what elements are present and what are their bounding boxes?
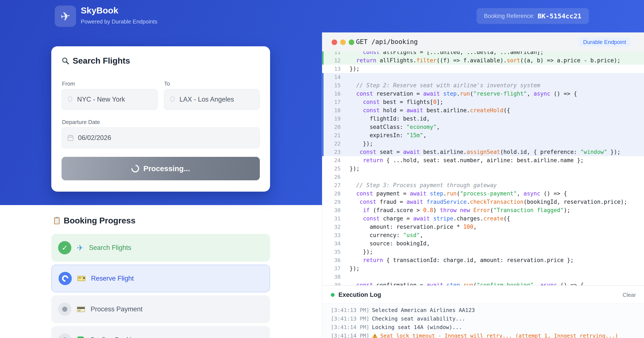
spinner-icon [130, 163, 141, 174]
booking-progress-header: Booking Progress [54, 216, 136, 225]
code-line: 26 [322, 173, 644, 181]
check-icon: ✓ [62, 243, 68, 252]
line-number: 23 [324, 148, 344, 156]
code-line: 13}); [322, 65, 644, 73]
log-message: Locking seat 14A (window)... [372, 323, 462, 332]
progress-step: Reserve Flight [51, 265, 270, 292]
code-line: 19 flightId: best.id, [322, 115, 644, 123]
line-number: 37 [324, 264, 344, 273]
airplane-icon: ✈ [77, 243, 83, 252]
line-number: 35 [324, 248, 344, 256]
code-line: 12 return allFlights.filter((f) => f.ava… [322, 56, 644, 65]
app-logo: ✈ [55, 5, 76, 27]
to-field[interactable] [164, 89, 260, 110]
code-line: 27 // Step 3: Process payment through ga… [322, 181, 644, 189]
window-dot-yellow[interactable] [340, 39, 346, 45]
code-text: amount: reservation.price * 100, [344, 223, 477, 231]
code-line: 30 if (fraud.score > 0.8) throw new Erro… [322, 206, 644, 214]
code-line: 11 const allFlights = [...united, ...del… [322, 51, 644, 56]
line-number: 36 [324, 256, 344, 264]
code-line: 23 const seat = await best.airline.assig… [322, 148, 644, 156]
airplane-icon: ✈ [60, 9, 71, 24]
from-field[interactable] [62, 89, 158, 110]
code-text: const charge = await stripe.charges.crea… [344, 214, 510, 223]
line-number: 14 [324, 73, 344, 81]
processing-button[interactable]: Processing... [62, 157, 260, 180]
log-entry: [3:41:13 PM]Selected American Airlines A… [331, 306, 644, 315]
spinner-icon [61, 274, 70, 283]
code-text: return { ...hold, seat: seat.number, air… [344, 156, 584, 165]
date-field-label: Departure Date [62, 119, 100, 126]
code-line: 24 return { ...hold, seat: seat.number, … [322, 156, 644, 165]
code-text: }); [344, 65, 360, 73]
step-status-circle [58, 333, 71, 338]
line-number: 34 [324, 239, 344, 248]
code-text: currency: "usd", [344, 231, 423, 239]
code-line: 32 amount: reservation.price * 100, [322, 223, 644, 231]
search-flights-card: Search Flights From To Departure Date Pr… [51, 46, 270, 192]
warning-icon [372, 333, 378, 338]
code-line: 39 const confirmation = await step.run("… [322, 281, 644, 285]
from-input[interactable] [77, 96, 152, 103]
log-message: Seat lock timeout - Inngest will retry..… [380, 332, 618, 338]
step-label: Reserve Flight [91, 275, 134, 282]
code-line: 15 // Step 2: Reserve seat with airline'… [322, 81, 644, 90]
line-number: 38 [324, 273, 344, 281]
code-text: }); [344, 140, 373, 148]
location-pin-icon [67, 96, 73, 103]
app-title: SkyBook [81, 5, 118, 15]
execution-log-list[interactable]: [3:41:13 PM]Selected American Airlines A… [322, 304, 644, 338]
code-text: const best = flights[0]; [344, 98, 443, 106]
to-input[interactable] [180, 96, 254, 103]
code-titlebar: GET /api/booking Durable Endpoint [322, 32, 644, 51]
code-text: expiresIn: "15m", [344, 131, 426, 140]
step-label: Search Flights [89, 244, 131, 252]
window-dot-green[interactable] [349, 39, 354, 45]
window-dot-red[interactable] [332, 39, 337, 45]
app-tagline: Powered by Durable Endpoints [81, 18, 157, 25]
code-line: 14 [322, 73, 644, 81]
booking-reference-badge: Booking Reference: BK-5154cc21 [476, 8, 589, 24]
code-text [344, 173, 350, 181]
code-text [344, 273, 350, 281]
code-text: // Step 2: Reserve seat with airline's i… [344, 81, 540, 90]
log-timestamp: [3:41:14 PM] [331, 323, 370, 332]
code-line: 29 const fraud = await fraudService.chec… [322, 198, 644, 206]
step-status-circle: ✓ [58, 241, 71, 254]
line-number: 15 [324, 81, 344, 90]
endpoint-method-path: GET /api/booking [356, 38, 418, 45]
from-field-label: From [62, 80, 75, 87]
code-editor[interactable]: 11 const allFlights = [...united, ...del… [322, 51, 644, 285]
pending-dot-icon [62, 307, 67, 312]
line-number: 30 [324, 206, 344, 214]
line-number: 26 [324, 173, 344, 181]
progress-step: Confirm Booking [51, 326, 270, 338]
code-text: const hold = await best.airline.createHo… [344, 106, 510, 115]
date-field[interactable] [62, 127, 260, 148]
line-number: 29 [324, 198, 344, 206]
location-pin-icon [169, 96, 176, 103]
execution-log-header: Execution Log Clear [322, 285, 644, 304]
step-label: Process Payment [90, 305, 142, 313]
code-text: }); [344, 264, 360, 273]
code-panel: GET /api/booking Durable Endpoint 11 con… [322, 32, 644, 338]
date-input[interactable] [78, 134, 254, 142]
progress-step: ✓✈Search Flights [51, 234, 270, 262]
line-number: 12 [324, 56, 344, 65]
line-number: 22 [324, 140, 344, 148]
code-text: return allFlights.filter((f) => f.availa… [344, 56, 620, 65]
line-number: 31 [324, 214, 344, 223]
code-line: 22 }); [322, 140, 644, 148]
calendar-icon [67, 134, 74, 142]
line-number: 21 [324, 131, 344, 140]
code-line: 16 const reservation = await step.run("r… [322, 90, 644, 98]
line-number: 24 [324, 156, 344, 165]
log-entry: [3:41:14 PM]Seat lock timeout - Inngest … [331, 332, 644, 338]
code-line: 37}); [322, 264, 644, 273]
line-number: 33 [324, 231, 344, 239]
line-number: 20 [324, 123, 344, 131]
code-line: 25}); [322, 165, 644, 173]
clear-button[interactable]: Clear [623, 292, 636, 298]
code-text: const payment = await step.run("process-… [344, 189, 567, 198]
code-text: const confirmation = await step.run("con… [344, 281, 584, 285]
